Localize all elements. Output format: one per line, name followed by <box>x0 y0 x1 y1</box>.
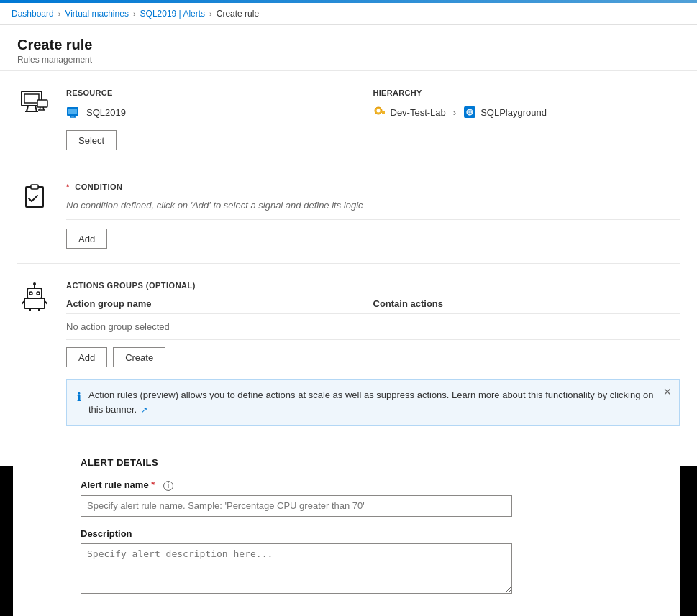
breadcrumb-dashboard[interactable]: Dashboard <box>12 9 54 19</box>
svg-point-28 <box>37 292 40 295</box>
breadcrumb-sep-2: › <box>133 9 136 18</box>
actions-table-divider <box>66 313 680 314</box>
svg-rect-18 <box>382 112 383 114</box>
rule-name-field-group: Alert rule name * i <box>81 479 680 517</box>
action-col-name-header: Action group name <box>66 298 373 309</box>
condition-label: * CONDITION <box>66 183 680 191</box>
breadcrumb-alerts[interactable]: SQL2019 | Alerts <box>140 9 206 19</box>
svg-rect-10 <box>68 109 77 114</box>
actions-table-header: Action group name Contain actions <box>66 298 680 313</box>
resource-row: SQL2019 Dev-Test-Lab <box>66 103 680 121</box>
breadcrumb-sep-1: › <box>58 9 61 18</box>
actions-label: ACTIONS GROUPS (optional) <box>66 281 680 290</box>
hierarchy-value: Dev-Test-Lab › SQLPlayground <box>373 106 680 119</box>
resource-actions: Select <box>66 130 680 150</box>
alert-details-section: ALERT DETAILS Alert rule name * i Descri… <box>17 440 680 616</box>
description-field-group: Description <box>81 528 680 596</box>
resource-value: SQL2019 <box>66 106 373 118</box>
info-icon: ℹ <box>77 389 81 406</box>
condition-section: * CONDITION No condition defined, click … <box>17 165 680 264</box>
svg-rect-5 <box>37 100 47 107</box>
clipboard-icon <box>22 184 47 210</box>
rule-name-info-icon[interactable]: i <box>163 481 173 491</box>
resource-body: RESOURCE HIERARCHY <box>66 88 680 150</box>
actions-info-banner: ℹ Action rules (preview) allows you to d… <box>66 379 680 426</box>
robot-icon <box>22 282 47 311</box>
actions-create-button[interactable]: Create <box>113 347 165 367</box>
svg-line-2 <box>27 106 28 111</box>
actions-body: ACTIONS GROUPS (optional) Action group n… <box>66 281 680 426</box>
resource-col-header: RESOURCE <box>66 88 373 97</box>
description-input[interactable] <box>81 543 512 594</box>
hierarchy-col-header: HIERARCHY <box>373 88 680 97</box>
page-header: Create rule Rules management <box>0 25 697 71</box>
banner-external-link[interactable]: ↗ <box>141 405 147 414</box>
condition-icon <box>17 183 52 210</box>
actions-add-button[interactable]: Add <box>66 347 107 367</box>
actions-section: ACTIONS GROUPS (optional) Action group n… <box>17 264 680 440</box>
condition-divider <box>66 219 680 220</box>
actions-table-divider-bottom <box>66 339 680 340</box>
vm-icon <box>66 106 81 118</box>
page-subtitle: Rules management <box>17 55 680 65</box>
computer-icon <box>20 90 49 114</box>
hierarchy-child-name: SQLPlayground <box>480 107 547 118</box>
alert-details-title: ALERT DETAILS <box>81 457 680 468</box>
alert-details-body: ALERT DETAILS Alert rule name * i Descri… <box>81 457 680 607</box>
rule-name-required: * <box>151 479 155 490</box>
condition-add-button[interactable]: Add <box>66 229 107 249</box>
resource-name: SQL2019 <box>86 107 126 118</box>
resource-section: RESOURCE HIERARCHY <box>17 71 680 165</box>
svg-rect-25 <box>31 185 38 189</box>
actions-icon <box>17 281 52 311</box>
hierarchy-parent-name: Dev-Test-Lab <box>391 107 446 118</box>
svg-rect-31 <box>24 298 45 308</box>
breadcrumb: Dashboard › Virtual machines › SQL2019 |… <box>0 3 697 25</box>
rule-name-label: Alert rule name * i <box>81 479 680 491</box>
page-title: Create rule <box>17 37 680 53</box>
main-content: RESOURCE HIERARCHY <box>0 71 697 616</box>
svg-point-27 <box>29 292 32 295</box>
svg-rect-17 <box>383 112 385 114</box>
svg-point-30 <box>33 282 36 285</box>
breadcrumb-vms[interactable]: Virtual machines <box>65 9 129 19</box>
svg-rect-24 <box>26 187 43 207</box>
banner-text: Action rules (preview) allows you to def… <box>88 388 669 416</box>
actions-no-group: No action group selected <box>66 318 680 335</box>
resource-table-header: RESOURCE HIERARCHY <box>66 88 680 103</box>
breadcrumb-sep-3: › <box>209 9 212 18</box>
condition-required-star: * <box>66 183 70 191</box>
select-button[interactable]: Select <box>66 130 117 150</box>
breadcrumb-current: Create rule <box>217 9 259 19</box>
condition-body: * CONDITION No condition defined, click … <box>66 183 680 249</box>
condition-hint: No condition defined, click on 'Add' to … <box>66 200 680 211</box>
hierarchy-child-icon <box>463 106 476 119</box>
svg-line-3 <box>35 106 37 111</box>
svg-rect-16 <box>381 111 385 112</box>
resource-icon <box>17 88 52 114</box>
svg-rect-1 <box>24 94 39 103</box>
rule-name-input[interactable] <box>81 495 512 517</box>
actions-buttons: Add Create <box>66 347 680 367</box>
hierarchy-parent-icon <box>373 106 386 119</box>
banner-close-button[interactable]: ✕ <box>663 387 672 397</box>
action-col-contains-header: Contain actions <box>373 298 680 309</box>
svg-point-15 <box>376 109 380 113</box>
hierarchy-arrow: › <box>453 107 456 118</box>
description-label: Description <box>81 528 680 539</box>
